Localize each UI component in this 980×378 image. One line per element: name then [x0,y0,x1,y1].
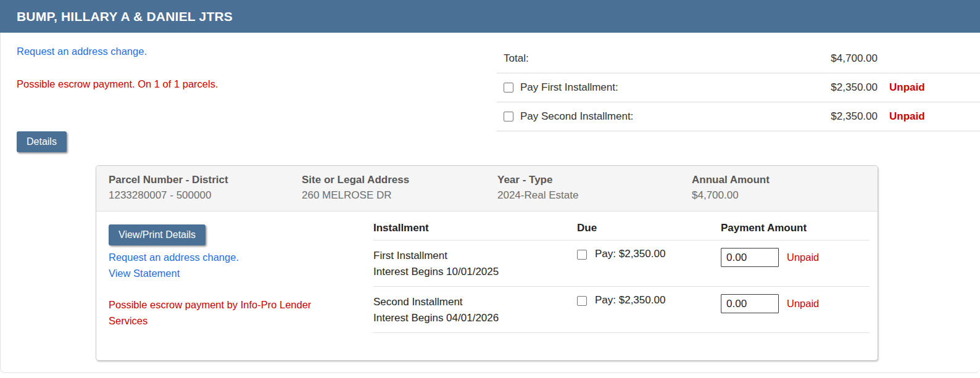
pay-first-installment-checkbox[interactable] [504,83,513,92]
first-installment-status-badge: Unpaid [878,81,980,94]
annual-amount-column: Annual Amount $4,700.00 [692,174,878,211]
site-address-label: Site or Legal Address [302,174,497,186]
second-installment-table-row: Second Installment Interest Begins 04/01… [373,287,870,333]
parcel-details-panel: Parcel Number - District 1233280007 - 50… [96,165,878,361]
payment-amount-column-header: Payment Amount [721,222,870,234]
second-installment-pay-checkbox[interactable] [577,296,587,306]
pay-second-installment-label: Pay Second Installment: [520,110,633,123]
payment-summary-table: Total: $4,700.00 Pay First Installment: … [497,44,980,131]
first-installment-pay-checkbox[interactable] [577,250,587,260]
year-type-value: 2024-Real Estate [497,189,692,202]
first-installment-payment-cell: Unpaid [721,248,870,286]
first-installment-unpaid-status: Unpaid [787,252,819,263]
first-installment-amount-input[interactable] [721,248,779,267]
second-installment-amount: $2,350.00 [804,110,878,123]
due-column-header: Due [577,222,721,234]
view-statement-link[interactable]: View Statement [109,265,239,281]
parcel-number-value: 1233280007 - 500000 [109,189,302,202]
first-installment-name: First Installment [373,248,577,264]
second-installment-payment-cell: Unpaid [721,294,870,332]
year-type-label: Year - Type [497,174,692,186]
first-installment-due-cell: Pay: $2,350.00 [577,248,721,286]
page: BUMP, HILLARY A & DANIEL JTRS Request an… [0,0,980,378]
annual-amount-value: $4,700.00 [692,189,878,202]
year-type-column: Year - Type 2024-Real Estate [497,174,692,211]
first-installment-amount: $2,350.00 [804,81,878,94]
installment-table: Installment Due Payment Amount First Ins… [373,212,870,333]
view-print-details-button[interactable]: View/Print Details [109,224,206,245]
site-address-column: Site or Legal Address 260 MELROSE DR [302,174,497,211]
total-amount: $4,700.00 [804,52,878,65]
parcel-number-label: Parcel Number - District [109,174,302,186]
second-installment-amount-input[interactable] [721,294,779,313]
site-address-value: 260 MELROSE DR [302,189,497,202]
pay-first-installment-label: Pay First Installment: [520,81,618,94]
details-button[interactable]: Details [17,131,67,152]
first-installment-cell: First Installment Interest Begins 10/01/… [373,248,577,286]
parcel-number-column: Parcel Number - District 1233280007 - 50… [109,174,302,211]
total-label: Total: [504,52,804,65]
second-installment-status-badge: Unpaid [878,110,980,123]
taxpayer-header-bar: BUMP, HILLARY A & DANIEL JTRS [0,0,980,33]
escrow-payment-notice: Possible escrow payment. On 1 of 1 parce… [17,78,218,90]
taxpayer-name-title: BUMP, HILLARY A & DANIEL JTRS [0,9,233,24]
second-installment-interest: Interest Begins 04/01/2026 [373,310,577,326]
second-installment-pay-label: Pay: $2,350.00 [595,294,665,306]
summary-second-installment-row: Pay Second Installment: $2,350.00 Unpaid [497,102,980,131]
first-installment-table-row: First Installment Interest Begins 10/01/… [373,240,870,287]
second-installment-unpaid-status: Unpaid [787,298,819,310]
first-installment-label-wrap: Pay First Installment: [504,81,804,94]
second-installment-cell: Second Installment Interest Begins 04/01… [373,294,577,332]
annual-amount-label: Annual Amount [692,174,878,186]
second-installment-due-cell: Pay: $2,350.00 [577,294,721,332]
summary-total-row: Total: $4,700.00 [497,44,980,73]
pay-second-installment-checkbox[interactable] [504,112,513,121]
parcel-details-body: View/Print Details Request an address ch… [96,212,878,361]
second-installment-label-wrap: Pay Second Installment: [504,110,804,123]
parcel-escrow-notice: Possible escrow payment by Info-Pro Lend… [109,297,338,329]
first-installment-interest: Interest Begins 10/01/2025 [373,264,577,280]
parcel-links: Request an address change. View Statemen… [109,249,239,281]
second-installment-name: Second Installment [373,294,577,310]
parcel-request-address-change-link[interactable]: Request an address change. [109,249,239,265]
request-address-change-link[interactable]: Request an address change. [17,46,147,57]
first-installment-pay-label: Pay: $2,350.00 [595,248,665,260]
parcel-summary-header: Parcel Number - District 1233280007 - 50… [96,166,878,212]
summary-first-installment-row: Pay First Installment: $2,350.00 Unpaid [497,73,980,102]
installment-column-header: Installment [373,222,577,234]
installment-table-header: Installment Due Payment Amount [373,212,870,240]
